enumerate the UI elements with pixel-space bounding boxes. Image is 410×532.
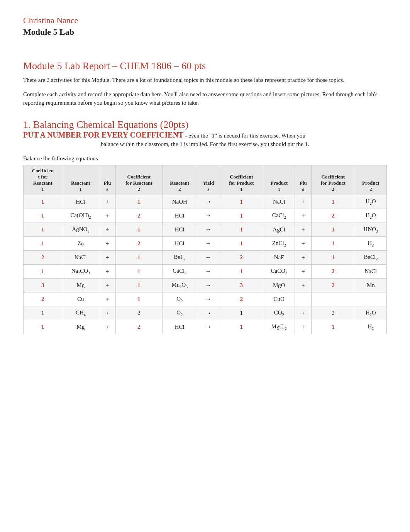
table-row: 1HCl+1NaOH→1NaCl+1H2O (24, 195, 387, 209)
col-reactant-1: Reactant1 (62, 165, 99, 195)
section-1-warning: PUT A NUMBER FOR EVERY COEFFICIENT - eve… (23, 131, 387, 148)
equations-table: Coefficient forReactant1 Reactant1 Plus … (23, 165, 387, 334)
section-1-title: 1. Balancing Chemical Equations (20pts) (23, 119, 387, 131)
table-header-row: Coefficient forReactant1 Reactant1 Plus … (24, 165, 387, 195)
col-coeff-r2: Coefficientfor Reactant2 (115, 165, 162, 195)
col-product-1: Product1 (263, 165, 295, 195)
col-coeff-p1: Coefficientfor Product1 (220, 165, 263, 195)
table-row: 1CH4+2O2→1CO2+2H2O (24, 306, 387, 320)
author-name: Christina Nance (23, 15, 387, 25)
table-row: 1AgNO3+1HCl→1AgCl+1HNO3 (24, 223, 387, 236)
author-block: Christina Nance Module 5 Lab (23, 15, 387, 37)
table-row: 2NaCl+1BeF2→2NaF+1BeCl2 (24, 250, 387, 264)
col-reactant-2: Reactant2 (162, 165, 197, 195)
col-yield: Yields (197, 165, 220, 195)
table-row: 1Na2CO3+1CaCl2→1CaCO3+2NaCl (24, 264, 387, 278)
balance-label: Balance the following equations (23, 155, 387, 162)
col-coeff-p2: Coefficientfor Product2 (312, 165, 355, 195)
table-row: 1Zn+2HCl→1ZnCl2+1H2 (24, 236, 387, 250)
intro-text-1: There are 2 activities for this Module. … (23, 76, 387, 85)
col-plus-1: Plus (99, 165, 116, 195)
col-plus-2: Plus (295, 165, 312, 195)
section-1: 1. Balancing Chemical Equations (20pts) … (23, 119, 387, 334)
report-title: Module 5 Lab Report – CHEM 1806 – 60 pts (23, 60, 387, 72)
intro-text-2: Complete each activity and record the ap… (23, 90, 387, 107)
table-row: 3Mg+1Mn2O3→3MgO+2Mn (24, 278, 387, 292)
col-product-2: Product2 (355, 165, 386, 195)
table-row: 1Ca(OH)2+2HCl→1CaCl2+2H2O (24, 209, 387, 223)
col-coeff-r1: Coefficient forReactant1 (24, 165, 62, 195)
table-row: 2Cu+1O2→2CuO (24, 292, 387, 306)
module-subtitle: Module 5 Lab (23, 27, 387, 37)
table-row: 1Mg+2HCl→1MgCl2+1H2 (24, 320, 387, 334)
report-header: Module 5 Lab Report – CHEM 1806 – 60 pts… (23, 60, 387, 107)
